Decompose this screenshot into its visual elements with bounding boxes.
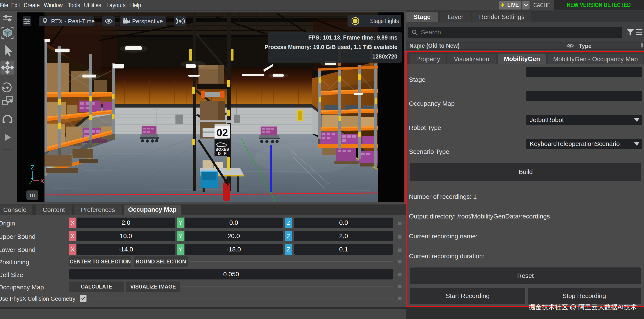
svg-text:D - F: D - F bbox=[218, 151, 226, 156]
svg-text:X: X bbox=[40, 178, 44, 184]
svg-text:BOXES: BOXES bbox=[216, 147, 229, 152]
svg-text:02: 02 bbox=[216, 127, 228, 139]
svg-text:Y: Y bbox=[28, 181, 32, 186]
svg-text:Z: Z bbox=[31, 164, 34, 171]
